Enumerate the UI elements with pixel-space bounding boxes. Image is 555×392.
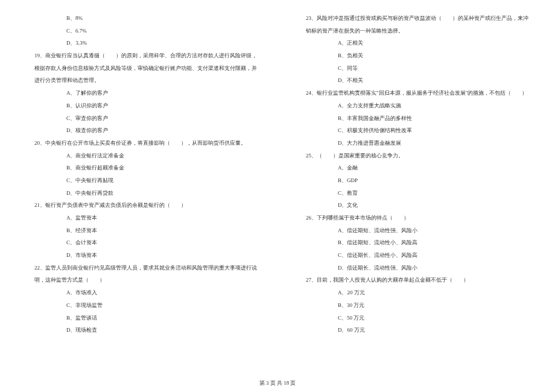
q22-option-b: B、监管谈话 xyxy=(24,312,259,324)
q24-option-d: D、大力推进普惠金融发展 xyxy=(296,137,531,150)
q21-text: 21、银行资产负债表中资产减去负债后的余额是银行的（ ） xyxy=(24,199,259,212)
q23-text: 23、风险对冲是指通过投资或购买与标的资产收益波动（ ）的某种资产或衍生产品，来… xyxy=(296,12,531,25)
q24-option-a: A、全力支持重大战略实施 xyxy=(296,100,531,112)
q23-option-b: B、负相关 xyxy=(296,49,531,62)
q25-option-a: A、金融 xyxy=(296,162,531,174)
q19-option-c: C、审查你的客户 xyxy=(24,112,259,125)
page-content: B、8% C、6.7% D、3.3% 19、商业银行应当认真遵循（ ）的原则，采… xyxy=(0,0,555,374)
left-column: B、8% C、6.7% D、3.3% 19、商业银行应当认真遵循（ ）的原则，采… xyxy=(24,12,259,368)
q21-option-b: B、经济资本 xyxy=(24,224,259,237)
q21-option-a: A、监管资本 xyxy=(24,212,259,224)
q21-option-c: C、会计资本 xyxy=(24,236,259,249)
q22-cont: 明，这种监管方式是（ ） xyxy=(24,274,259,286)
q22-option-c: C、非现场监管 xyxy=(24,299,259,312)
q20-option-d: D、中央银行再贷款 xyxy=(24,187,259,200)
q24-text: 24、银行业监管机构贯彻落实"回归本源，服从服务于经济社会发展"的措施，不包括（… xyxy=(296,87,531,100)
q27-option-d: D、60 万元 xyxy=(296,324,531,337)
q20-option-a: A、商业银行法定准备金 xyxy=(24,150,259,162)
page-footer: 第 3 页 共 18 页 xyxy=(0,379,555,387)
q27-option-a: A、20 万元 xyxy=(296,286,531,299)
q19-cont: 根据存款人身份信息核验方式及风险等级，审慎确定银行账户功能、支付渠道和支付限额，… xyxy=(24,62,259,75)
q23-option-a: A、正相关 xyxy=(296,37,531,49)
q19-text: 19、商业银行应当认真遵循（ ）的原则，采用科学、合理的方法对存款人进行风险评级… xyxy=(24,49,259,62)
q20-option-c: C、中央银行再贴现 xyxy=(24,174,259,187)
q27-option-c: C、50 万元 xyxy=(296,312,531,324)
q25-option-b: B、GDP xyxy=(296,174,531,187)
q25-option-c: C、教育 xyxy=(296,187,531,200)
q27-option-b: B、30 万元 xyxy=(296,299,531,312)
q22-text: 22、监管人员到商业银行约见高级管理人员，要求其就业务活动和风险管理的重大事项进… xyxy=(24,262,259,274)
q24-option-b: B、丰富我国金融产品的多样性 xyxy=(296,112,531,125)
q20-text: 20、中央银行在公开市场上买卖有价证券，将直接影响（ ），从而影响货币供应量。 xyxy=(24,137,259,150)
q26-text: 26、下列哪些属于资本市场的特点（ ） xyxy=(296,212,531,224)
q18-option-d: D、3.3% xyxy=(24,37,259,49)
q26-option-c: C、偿还期长、流动性小、风险高 xyxy=(296,249,531,262)
right-column: 23、风险对冲是指通过投资或购买与标的资产收益波动（ ）的某种资产或衍生产品，来… xyxy=(296,12,531,368)
q18-option-c: C、6.7% xyxy=(24,25,259,37)
q22-option-a: A、市场准入 xyxy=(24,286,259,299)
q23-cont: 销标的资产潜在损失的一种策略性选择。 xyxy=(296,25,531,37)
q27-text: 27、目前，我国个人投资人认购的大额存单起点金额不低于（ ） xyxy=(296,274,531,286)
q23-option-d: D、不相关 xyxy=(296,74,531,87)
q26-option-d: D、偿还期长、流动性强、风险小 xyxy=(296,262,531,274)
q25-text: 25、（ ）是国家重要的核心竞争力。 xyxy=(296,150,531,162)
q21-option-d: D、市场资本 xyxy=(24,249,259,262)
q20-option-b: B、商业银行超额准备金 xyxy=(24,162,259,174)
q24-option-c: C、积极支持供给侧结构性改革 xyxy=(296,124,531,137)
q23-option-c: C、同等 xyxy=(296,62,531,75)
q26-option-a: A、偿还期短、流动性强、风险小 xyxy=(296,224,531,237)
q19-cont2: 进行分类管理和动态管理。 xyxy=(24,74,259,87)
q19-option-a: A、了解你的客户 xyxy=(24,87,259,100)
q19-option-d: D、核查你的客户 xyxy=(24,124,259,137)
q19-option-b: B、认识你的客户 xyxy=(24,100,259,112)
q18-option-b: B、8% xyxy=(24,12,259,25)
q25-option-d: D、文化 xyxy=(296,199,531,212)
q26-option-b: B、偿还期短、流动性小、风险高 xyxy=(296,236,531,249)
q22-option-d: D、现场检查 xyxy=(24,324,259,337)
